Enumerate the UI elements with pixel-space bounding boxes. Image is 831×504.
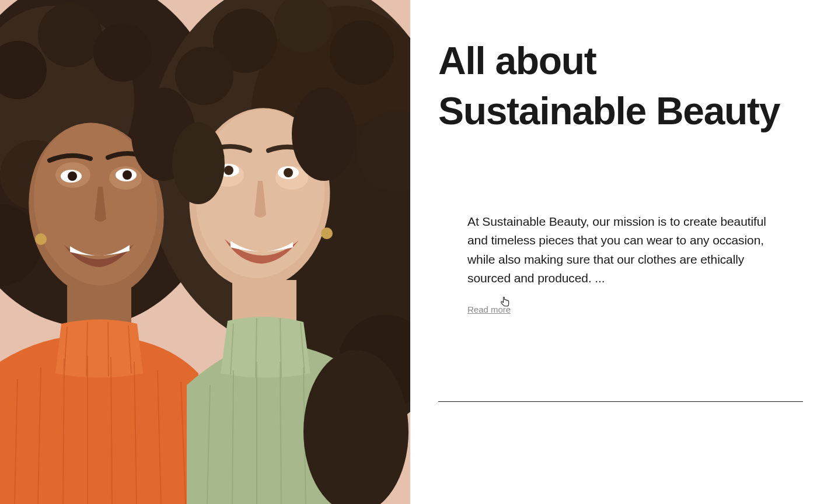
- svg-point-24: [123, 170, 132, 180]
- svg-point-61: [172, 123, 225, 204]
- page-heading: All about Sustainable Beauty: [438, 36, 803, 136]
- svg-point-7: [38, 3, 102, 67]
- svg-point-59: [321, 228, 333, 239]
- svg-point-46: [284, 168, 293, 177]
- read-more-link[interactable]: Read more: [467, 304, 511, 314]
- hero-image: [0, 0, 410, 504]
- svg-point-16: [175, 47, 233, 105]
- svg-line-36: [108, 322, 109, 376]
- svg-point-62: [292, 88, 356, 181]
- svg-point-38: [35, 233, 47, 245]
- svg-point-8: [93, 23, 152, 82]
- svg-point-22: [68, 172, 77, 181]
- body-paragraph: At Sustainable Beauty, our mission is to…: [467, 212, 785, 288]
- svg-point-13: [330, 20, 394, 85]
- body-section: At Sustainable Beauty, our mission is to…: [438, 212, 803, 315]
- content-panel: All about Sustainable Beauty At Sustaina…: [410, 0, 831, 504]
- svg-point-44: [224, 166, 233, 175]
- section-divider: [438, 401, 803, 402]
- page-container: All about Sustainable Beauty At Sustaina…: [0, 0, 831, 504]
